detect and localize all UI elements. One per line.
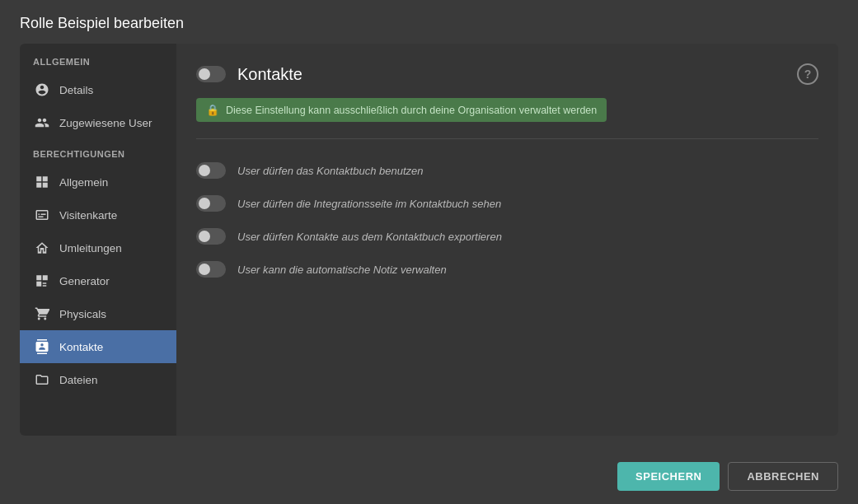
contacts-icon [33, 338, 51, 356]
panel-title-row: Kontakte [196, 65, 302, 84]
info-banner-icon: 🔒 [206, 104, 219, 116]
files-icon [33, 371, 51, 389]
toggle-3-slider [196, 228, 226, 245]
info-banner-text: Diese Einstellung kann ausschließlich du… [226, 105, 597, 116]
toggle-2[interactable] [196, 195, 226, 212]
sidebar-item-visitenkarte-label: Visitenkarte [59, 209, 117, 222]
main-panel: Kontakte ? 🔒 Diese Einstellung kann auss… [176, 44, 838, 436]
info-banner: 🔒 Diese Einstellung kann ausschließlich … [196, 98, 607, 122]
cancel-button[interactable]: ABBRECHEN [728, 462, 838, 491]
sidebar-item-dateien-label: Dateien [59, 374, 98, 386]
toggle-4[interactable] [196, 261, 226, 278]
sidebar-item-umleitungen-label: Umleitungen [59, 242, 122, 254]
kontakte-main-toggle[interactable] [196, 66, 226, 82]
sidebar-item-kontakte-label: Kontakte [59, 341, 103, 353]
sidebar-item-physicals-label: Physicals [59, 308, 106, 320]
toggle-2-label: User dürfen die Integrationsseite im Kon… [237, 198, 501, 210]
sidebar-item-visitenkarte[interactable]: Visitenkarte [20, 198, 176, 231]
card-icon [33, 206, 51, 224]
sidebar-item-zugewiesene-user-label: Zugewiesene User [59, 117, 152, 129]
save-button[interactable]: SPEICHERN [617, 462, 720, 491]
panel-title: Kontakte [237, 65, 302, 84]
main-content: Allgemein Details Zugewiesene User Berec… [0, 44, 858, 452]
grid-icon [33, 173, 51, 191]
sidebar-item-allgemein-label: Allgemein [59, 176, 108, 189]
toggle-4-slider [196, 261, 226, 278]
sidebar-item-kontakte[interactable]: Kontakte [20, 330, 176, 363]
sidebar-item-zugewiesene-user[interactable]: Zugewiesene User [20, 106, 176, 139]
sidebar-item-physicals[interactable]: Physicals [20, 297, 176, 330]
physicals-icon [33, 305, 51, 323]
toggle-row-2: User dürfen die Integrationsseite im Kon… [196, 187, 818, 220]
sidebar-item-generator[interactable]: Generator [20, 264, 176, 297]
toggle-1-label: User dürfen das Kontaktbuch benutzen [237, 165, 423, 177]
toggle-4-label: User kann die automatische Notiz verwalt… [237, 264, 447, 276]
footer: SPEICHERN ABBRECHEN [0, 452, 858, 504]
sidebar-item-dateien[interactable]: Dateien [20, 363, 176, 396]
sidebar-item-details-label: Details [59, 84, 93, 96]
panel-header: Kontakte ? [196, 63, 818, 85]
sidebar-permissions-label: Berechtigungen [20, 149, 176, 166]
toggle-1[interactable] [196, 162, 226, 179]
toggle-row-4: User kann die automatische Notiz verwalt… [196, 253, 818, 286]
sidebar-item-allgemein[interactable]: Allgemein [20, 166, 176, 198]
help-icon[interactable]: ? [797, 63, 818, 85]
generator-icon [33, 272, 51, 290]
toggle-3-label: User dürfen Kontakte aus dem Kontaktbuch… [237, 231, 502, 243]
sidebar-item-generator-label: Generator [59, 275, 110, 287]
kontakte-main-toggle-slider [196, 66, 226, 82]
page-title: Rolle Beispiel bearbeiten [0, 0, 858, 44]
permissions-section: Berechtigungen Allgemein Visitenkarte [20, 149, 176, 396]
toggle-1-slider [196, 162, 226, 179]
sidebar-general-label: Allgemein [20, 57, 176, 73]
user-circle-icon [33, 81, 51, 99]
toggle-row-3: User dürfen Kontakte aus dem Kontaktbuch… [196, 220, 818, 253]
users-icon [33, 114, 51, 132]
toggle-row-1: User dürfen das Kontaktbuch benutzen [196, 154, 818, 187]
sidebar-item-umleitungen[interactable]: Umleitungen [20, 231, 176, 264]
sidebar-item-details[interactable]: Details [20, 73, 176, 106]
toggle-3[interactable] [196, 228, 226, 245]
sidebar: Allgemein Details Zugewiesene User Berec… [20, 44, 176, 436]
toggle-2-slider [196, 195, 226, 212]
redirect-icon [33, 239, 51, 257]
divider [196, 138, 818, 139]
